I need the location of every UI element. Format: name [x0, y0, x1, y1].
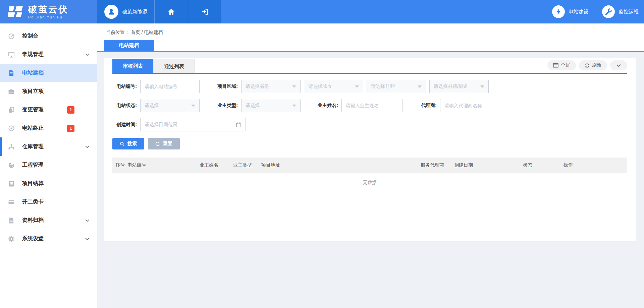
module-label: 电站建设 [569, 9, 589, 15]
tab-review-list[interactable]: 审核列表 [112, 59, 153, 73]
calculator-icon [8, 180, 15, 187]
select-arrow-icon [292, 85, 296, 88]
monitor-icon [8, 51, 15, 58]
sidebar-item-label: 工程管理 [22, 162, 44, 169]
breadcrumb: 当前位置： 首页 / 电站建档 [97, 23, 644, 36]
refresh-label: 刷新 [592, 62, 601, 68]
sidebar: 控制台 常规管理 电站建档 [0, 23, 97, 308]
results-table: 序号 电站编号 业主姓名 业主类型 项目地址 服务代理商 创建日期 状态 操作 … [112, 158, 627, 192]
fullscreen-button[interactable]: 全屏 [547, 60, 576, 70]
account-menu[interactable]: 破茧新能源 [97, 0, 154, 23]
city-select[interactable]: 请选择城市 [304, 80, 363, 93]
sidebar-item-general-management[interactable]: 常规管理 [0, 45, 97, 64]
logo: 破茧云伏 Po Jian Yun Fu [0, 0, 97, 23]
town-select[interactable]: 请选择村镇/街道 [429, 80, 489, 93]
sidebar-item-label: 项目立项 [22, 88, 44, 95]
refresh-button[interactable]: 刷新 [579, 60, 607, 70]
sidebar-item-station-termination[interactable]: 电站终止 1 [0, 119, 97, 137]
district-select[interactable]: 请选择县/区 [367, 80, 426, 93]
select-placeholder: 请选择 [145, 103, 159, 109]
sidebar-item-label: 常规管理 [22, 51, 44, 58]
select-arrow-icon [480, 85, 484, 88]
logout-icon [201, 8, 209, 15]
module-monitoring-ops[interactable]: 监控运维 [602, 5, 639, 18]
sidebar-item-system-settings[interactable]: 系统设置 [0, 230, 97, 248]
sidebar-item-label: 开二类卡 [22, 198, 44, 205]
select-placeholder: 请选择县/区 [371, 83, 396, 89]
dashboard-icon [8, 33, 15, 40]
breadcrumb-home[interactable]: 首页 [131, 29, 140, 35]
filter-form: 电站编号: 项目区域: 请选择省份 请选择城市 [112, 80, 627, 131]
credit-card-icon [8, 199, 15, 205]
sidebar-item-label: 电站终止 [22, 125, 44, 132]
sidebar-item-console[interactable]: 控制台 [0, 27, 97, 45]
empty-state: 无数据 [112, 173, 627, 192]
filter-label: 业主类型: [214, 103, 238, 109]
sidebar-item-project-initiation[interactable]: 项目立项 [0, 82, 97, 101]
owner-name-input[interactable] [346, 103, 398, 108]
avatar [104, 5, 118, 19]
select-arrow-icon [292, 105, 296, 107]
sidebar-item-data-archive[interactable]: 资料归档 [0, 211, 97, 230]
filter-label: 项目区域: [214, 83, 238, 89]
column-header: 电站编号 [127, 162, 200, 168]
home-button[interactable] [154, 0, 188, 23]
copy-file-icon [8, 107, 15, 113]
logo-title: 破茧云伏 [28, 4, 68, 14]
sidebar-item-station-archive[interactable]: 电站建档 [0, 64, 97, 82]
search-button[interactable]: 搜索 [112, 138, 144, 149]
select-arrow-icon [418, 85, 422, 88]
briefcase-icon [8, 88, 15, 95]
logo-subtitle: Po Jian Yun Fu [28, 15, 68, 19]
fullscreen-label: 全屏 [561, 62, 570, 68]
sidebar-item-project-settlement[interactable]: 项目结算 [0, 174, 97, 193]
breadcrumb-prefix: 当前位置： [106, 29, 129, 35]
column-header: 服务代理商 [421, 162, 454, 168]
sitemap-icon [8, 143, 15, 150]
count-badge: 1 [67, 125, 74, 132]
owner-type-select[interactable]: 请选择 [241, 99, 301, 112]
station-code-input[interactable] [145, 84, 195, 89]
filter-label: 电站编号: [112, 83, 137, 89]
tab-passed-list[interactable]: 通过列表 [153, 59, 195, 73]
page-tab-station-archive[interactable]: 电站建档 [104, 40, 154, 51]
account-name: 破茧新能源 [122, 9, 148, 15]
sidebar-item-change-management[interactable]: 变更管理 1 [0, 101, 97, 119]
module-station-construction[interactable]: 电站建设 [552, 5, 589, 18]
main-content: 当前位置： 首页 / 电站建档 电站建档 审核列表 通过列表 [97, 23, 644, 308]
sidebar-item-label: 控制台 [22, 33, 38, 40]
table-header-row: 序号 电站编号 业主姓名 业主类型 项目地址 服务代理商 创建日期 状态 操作 [112, 158, 627, 173]
filter-label: 代理商: [416, 103, 437, 109]
module-label: 监控运维 [619, 9, 639, 15]
sidebar-item-label: 仓库管理 [22, 143, 44, 150]
column-header: 状态 [523, 162, 564, 168]
chevron-down-icon [85, 238, 89, 240]
date-range-picker[interactable]: 请选择日期范围 [140, 118, 246, 131]
sidebar-item-label: 项目结算 [22, 180, 44, 187]
logout-button[interactable] [188, 0, 221, 23]
top-header: 破茧云伏 Po Jian Yun Fu 破茧新能源 [0, 0, 644, 23]
calendar-icon [236, 122, 241, 128]
collapse-toolbar-button[interactable] [610, 60, 627, 70]
filter-label: 创建时间: [112, 122, 137, 128]
select-placeholder: 请选择村镇/街道 [434, 83, 468, 89]
sidebar-item-engineering-management[interactable]: 工程管理 [0, 156, 97, 174]
gear-icon [8, 236, 15, 242]
lightning-icon [552, 5, 565, 18]
sidebar-item-open-class2-card[interactable]: 开二类卡 [0, 193, 97, 211]
reset-button[interactable]: 重置 [148, 138, 180, 149]
select-placeholder: 请选择 [246, 103, 260, 109]
count-badge: 1 [67, 106, 74, 114]
sidebar-item-warehouse-management[interactable]: 仓库管理 [0, 137, 97, 156]
sidebar-item-label: 电站建档 [22, 69, 44, 76]
province-select[interactable]: 请选择省份 [241, 80, 301, 93]
breadcrumb-separator: / [142, 29, 143, 35]
agent-input[interactable] [444, 103, 497, 108]
date-placeholder: 请选择日期范围 [145, 122, 177, 128]
refresh-icon [585, 63, 590, 68]
pie-chart-icon [8, 162, 15, 169]
chevron-down-icon [85, 53, 89, 56]
home-icon [167, 8, 175, 15]
station-status-select[interactable]: 请选择 [140, 99, 200, 112]
fullscreen-icon [553, 63, 558, 68]
